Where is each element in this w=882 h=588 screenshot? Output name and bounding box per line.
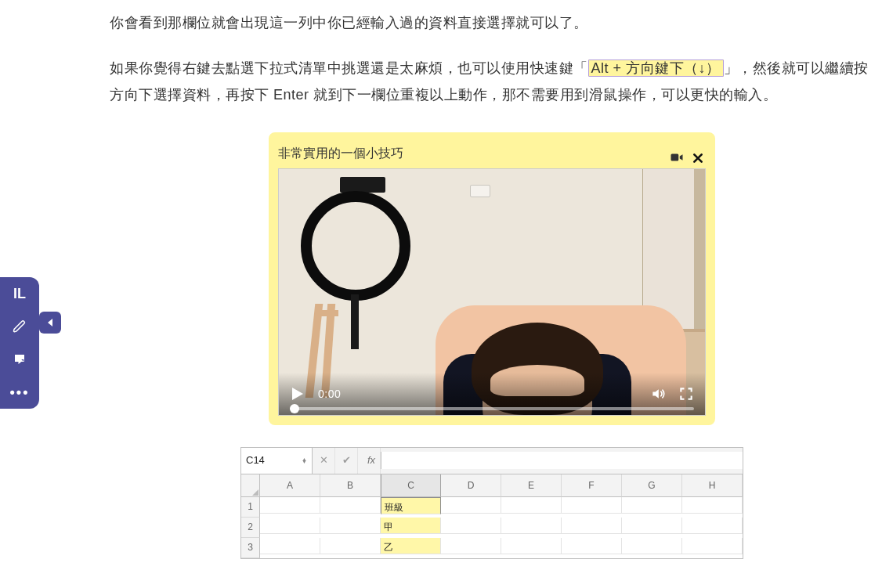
cell-E2[interactable] [501, 518, 562, 534]
video-player[interactable]: 0:00 [278, 168, 706, 416]
cancel-icon[interactable]: ✕ [313, 448, 335, 474]
cell-D3[interactable] [441, 538, 501, 554]
col-header-C[interactable]: C [381, 474, 441, 498]
cell-F3[interactable] [562, 538, 622, 554]
video-current-time: 0:00 [318, 384, 341, 405]
play-button[interactable] [290, 386, 305, 402]
col-header-G[interactable]: G [622, 474, 682, 498]
cell-E1[interactable] [501, 497, 562, 514]
toolbar-note[interactable] [0, 343, 39, 376]
cell-A2[interactable] [260, 518, 320, 534]
select-all-corner[interactable] [241, 474, 260, 498]
paragraph-2: 如果你覺得右鍵去點選下拉式清單中挑選還是太麻煩，也可以使用快速鍵「Alt + 方… [110, 55, 874, 108]
toolbar-more[interactable]: ••• [0, 376, 39, 409]
seek-bar[interactable] [290, 407, 694, 410]
col-header-B[interactable]: B [320, 474, 381, 498]
seek-handle[interactable] [290, 404, 299, 413]
cell-F1[interactable] [562, 497, 622, 514]
cell-G1[interactable] [622, 497, 682, 514]
toolbar-collapse[interactable] [39, 312, 61, 334]
cell-D2[interactable] [441, 518, 501, 534]
volume-button[interactable] [650, 386, 666, 402]
cell-F2[interactable] [562, 518, 622, 534]
formula-bar: C14 ▲▼ ✕ ✔ fx [241, 448, 743, 474]
confirm-icon[interactable]: ✔ [335, 448, 358, 474]
cell-B1[interactable] [320, 497, 381, 514]
video-annotation-card: 非常實用的一個小技巧 [269, 132, 715, 425]
video-title: 非常實用的一個小技巧 [278, 142, 403, 165]
close-icon[interactable] [692, 146, 706, 161]
row-header-2[interactable]: 2 [241, 518, 260, 538]
paragraph-1: 你會看到那欄位就會出現這一列中你已經輸入過的資料直接選擇就可以了。 [110, 9, 874, 36]
camera-icon[interactable] [670, 146, 684, 161]
spreadsheet-screenshot: C14 ▲▼ ✕ ✔ fx ABCDEFGH1班級2甲3乙 [240, 447, 743, 559]
cell-B3[interactable] [320, 538, 381, 554]
cell-C2[interactable]: 甲 [381, 518, 441, 534]
col-header-A[interactable]: A [260, 474, 320, 498]
name-box-stepper-icon: ▲▼ [302, 458, 307, 464]
cell-A3[interactable] [260, 538, 320, 554]
col-header-F[interactable]: F [562, 474, 622, 498]
cell-E3[interactable] [501, 538, 562, 554]
name-box[interactable]: C14 ▲▼ [241, 448, 313, 474]
toolbar-logo[interactable]: IL [0, 277, 39, 310]
toolbar-edit[interactable] [0, 310, 39, 343]
paragraph-2a: 如果你覺得右鍵去點選下拉式清單中挑選還是太麻煩，也可以使用快速鍵「 [110, 60, 588, 76]
col-header-H[interactable]: H [682, 474, 743, 498]
svg-rect-0 [671, 153, 679, 161]
cell-A1[interactable] [260, 497, 320, 514]
cell-D1[interactable] [441, 497, 501, 514]
cell-B2[interactable] [320, 518, 381, 534]
play-icon [292, 388, 303, 400]
col-header-E[interactable]: E [501, 474, 562, 498]
col-header-D[interactable]: D [441, 474, 501, 498]
cell-G3[interactable] [622, 538, 682, 554]
side-toolbar: IL ••• [0, 277, 39, 409]
name-box-value: C14 [246, 451, 265, 471]
cell-C3[interactable]: 乙 [381, 538, 441, 554]
keyboard-shortcut-highlight: Alt + 方向鍵下（↓） [588, 60, 724, 77]
cell-H1[interactable] [682, 497, 743, 514]
row-header-1[interactable]: 1 [241, 497, 260, 518]
formula-input[interactable] [381, 452, 743, 469]
fx-label[interactable]: fx [358, 448, 381, 474]
cell-H2[interactable] [682, 518, 743, 534]
chevron-left-icon [48, 319, 52, 326]
fullscreen-button[interactable] [678, 386, 694, 402]
cell-G2[interactable] [622, 518, 682, 534]
row-header-3[interactable]: 3 [241, 538, 260, 558]
cell-H3[interactable] [682, 538, 743, 554]
cell-C1[interactable]: 班級 [381, 497, 441, 514]
